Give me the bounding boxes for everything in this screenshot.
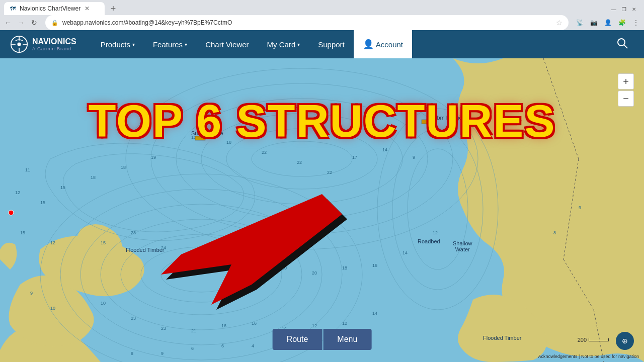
- svg-text:16: 16: [252, 321, 257, 326]
- svg-text:9: 9: [579, 205, 581, 210]
- menu-dots-icon[interactable]: ⋮: [630, 17, 642, 29]
- scale-bar: 200: [578, 337, 609, 343]
- shallow-water-label-1: ShallowWater: [453, 240, 472, 252]
- nav-support[interactable]: Support: [309, 30, 354, 58]
- arrow-graphic: [156, 169, 347, 310]
- svg-point-84: [9, 210, 14, 215]
- browser-action-bar: 📡 📷 👤 🧩 ⋮: [574, 17, 642, 29]
- svg-text:8: 8: [131, 351, 133, 356]
- disclaimer: Acknowledgements | Not to be used for na…: [538, 354, 639, 359]
- svg-text:15: 15: [60, 185, 65, 190]
- svg-text:9: 9: [413, 155, 415, 160]
- profile-icon[interactable]: 👤: [602, 17, 614, 29]
- account-icon: 👤: [363, 39, 374, 50]
- menu-button[interactable]: Menu: [323, 329, 371, 350]
- address-bar[interactable]: 🔒 webapp.navionics.com/#boating@14&key=y…: [45, 15, 569, 30]
- cast-icon[interactable]: 📡: [574, 17, 586, 29]
- search-icon: [617, 38, 628, 49]
- browser-tab[interactable]: 🗺 Navionics ChartViewer ✕: [4, 2, 105, 15]
- svg-text:4: 4: [252, 343, 254, 348]
- nav-items: Products ▾ Features ▾ Chart Viewer My Ca…: [92, 30, 611, 58]
- zoom-out-button[interactable]: −: [618, 90, 634, 107]
- logo-icon: [10, 35, 28, 53]
- close-button[interactable]: ✕: [630, 5, 638, 13]
- svg-text:6: 6: [191, 346, 194, 351]
- products-chevron: ▾: [132, 42, 135, 47]
- svg-text:23: 23: [131, 316, 136, 321]
- svg-text:8: 8: [553, 230, 556, 235]
- svg-text:14: 14: [382, 147, 387, 152]
- bookmark-icon[interactable]: ☆: [556, 19, 562, 27]
- svg-text:10: 10: [50, 306, 55, 311]
- maximize-button[interactable]: ❐: [620, 5, 628, 13]
- extensions-icon[interactable]: 🧩: [616, 17, 628, 29]
- svg-text:18: 18: [91, 175, 96, 180]
- reload-button[interactable]: ↻: [28, 17, 40, 29]
- logo-sub: A Garmin Brand: [32, 46, 76, 51]
- svg-text:6: 6: [221, 343, 224, 348]
- svg-line-7: [624, 45, 627, 48]
- features-chevron: ▾: [185, 42, 187, 47]
- svg-text:16: 16: [221, 323, 226, 328]
- nav-my-card[interactable]: My Card ▾: [258, 30, 309, 58]
- svg-text:19: 19: [151, 155, 156, 160]
- search-button[interactable]: [611, 38, 634, 51]
- svg-text:14: 14: [403, 250, 408, 255]
- scale-label: 200: [578, 337, 587, 343]
- minimize-button[interactable]: —: [610, 5, 618, 13]
- compass-button[interactable]: ⊕: [616, 332, 634, 350]
- logo-text: NAVIONICS: [32, 37, 76, 46]
- secure-icon: 🔒: [51, 20, 58, 26]
- roadbed-label: Roadbed: [418, 238, 440, 244]
- svg-text:22: 22: [297, 160, 302, 165]
- svg-point-6: [618, 39, 625, 46]
- svg-text:14: 14: [372, 311, 377, 316]
- svg-text:17: 17: [352, 155, 357, 160]
- compass-icon: ⊕: [622, 337, 628, 345]
- map-title: TOP 6 STRUCTURES: [89, 99, 556, 144]
- logo[interactable]: NAVIONICS A Garmin Brand: [10, 35, 76, 53]
- svg-text:15: 15: [20, 230, 25, 235]
- my-card-chevron: ▾: [297, 42, 300, 47]
- nav-account[interactable]: 👤 Account: [354, 30, 412, 58]
- svg-text:12: 12: [15, 190, 20, 195]
- svg-text:23: 23: [131, 230, 136, 235]
- flooded-timber-label-2: Flooded Timber: [483, 335, 521, 341]
- new-tab-button[interactable]: +: [107, 2, 120, 15]
- zoom-controls: + −: [618, 73, 634, 107]
- nav-features[interactable]: Features ▾: [144, 30, 196, 58]
- tab-title: Navionics ChartViewer: [20, 5, 80, 12]
- svg-text:15: 15: [101, 240, 106, 245]
- svg-text:12: 12: [312, 323, 317, 328]
- svg-text:16: 16: [372, 263, 377, 268]
- svg-text:12: 12: [433, 230, 438, 235]
- svg-text:12: 12: [342, 321, 347, 326]
- nav-products[interactable]: Products ▾: [92, 30, 144, 58]
- navbar: NAVIONICS A Garmin Brand Products ▾ Feat…: [0, 30, 644, 58]
- url-text: webapp.navionics.com/#boating@14&key=yh%…: [62, 19, 552, 26]
- svg-text:9: 9: [30, 291, 33, 296]
- tab-favicon: 🗺: [10, 6, 16, 12]
- svg-text:15: 15: [40, 200, 45, 205]
- svg-text:21: 21: [191, 328, 196, 333]
- browser-chrome: 🗺 Navionics ChartViewer ✕ + — ❐ ✕ ← → ↻ …: [0, 0, 644, 362]
- zoom-in-button[interactable]: +: [618, 73, 634, 89]
- nav-chart-viewer[interactable]: Chart Viewer: [196, 30, 258, 58]
- back-button[interactable]: ←: [2, 17, 14, 29]
- tab-close-button[interactable]: ✕: [85, 5, 90, 12]
- svg-text:23: 23: [161, 326, 166, 331]
- route-button[interactable]: Route: [273, 329, 323, 350]
- svg-text:9: 9: [161, 351, 164, 356]
- bottom-buttons: Route Menu: [273, 329, 372, 350]
- svg-point-1: [17, 42, 21, 46]
- svg-text:12: 12: [50, 240, 55, 245]
- scale-line: [589, 338, 609, 341]
- site-wrapper: NAVIONICS A Garmin Brand Products ▾ Feat…: [0, 30, 644, 362]
- svg-text:10: 10: [101, 301, 106, 306]
- svg-text:18: 18: [121, 165, 126, 170]
- forward-button[interactable]: →: [15, 17, 27, 29]
- screenshot-icon[interactable]: 📷: [588, 17, 600, 29]
- map-area[interactable]: 11 12 15 15 18 18 19 15 18 22 22 22 17 1…: [0, 58, 644, 362]
- svg-text:11: 11: [25, 167, 30, 172]
- svg-text:22: 22: [262, 150, 267, 155]
